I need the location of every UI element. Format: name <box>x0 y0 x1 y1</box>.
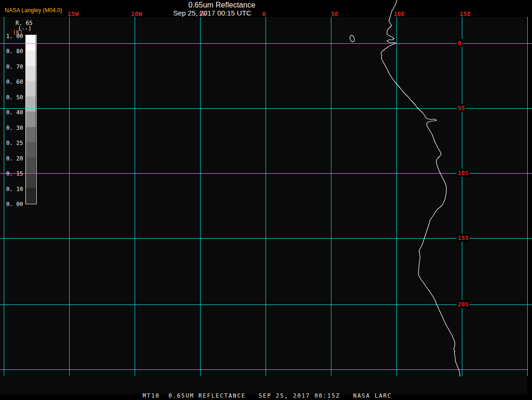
lat-label: 5S <box>457 104 466 112</box>
graticule-meridian-line <box>527 17 528 376</box>
lon-label: 15W <box>67 10 78 17</box>
graticule-meridian-line <box>462 17 462 376</box>
colorbar-tick-label: 0. 50 <box>2 94 23 101</box>
colorbar-tick-label: 0. 40 <box>2 109 23 116</box>
colorbar-tick-label: 0. 70 <box>2 64 23 70</box>
colorbar-segment <box>26 127 36 142</box>
lon-label: 0 <box>262 10 266 17</box>
colorbar-segment <box>26 81 36 96</box>
colorbar-tick-label: 0. 00 <box>2 201 23 208</box>
satellite-reflectance-map: 1. 000. 800. 700. 600. 500. 400. 300. 25… <box>0 0 532 400</box>
lat-label: 15S <box>457 234 469 242</box>
colorbar-units-dashes: (--) <box>18 25 32 32</box>
colorbar-tick-label: 0. 25 <box>2 140 23 146</box>
graticule-meridian-line <box>69 17 70 376</box>
colorbar-segment <box>26 158 36 173</box>
graticule-meridian-line <box>331 17 331 376</box>
lat-label: 0 <box>457 39 462 47</box>
graticule-meridian-line <box>4 17 4 376</box>
colorbar-segment <box>26 66 36 81</box>
lat-label: 20S <box>457 300 469 308</box>
graticule-parallel-line <box>0 43 532 44</box>
lon-label: 10W <box>131 10 142 17</box>
map-background <box>0 17 527 394</box>
colorbar-segment <box>26 35 36 50</box>
graticule-meridian-line <box>396 17 397 376</box>
colorbar-segment <box>26 173 36 188</box>
colorbar-tick-label: 0. 60 <box>2 79 23 85</box>
graticule-parallel-line <box>0 304 532 305</box>
footer-caption: MT10 0.65UM REFLECTANCE SEP 25, 2017 00:… <box>143 392 392 399</box>
graticule-parallel-line <box>0 173 532 174</box>
timestamp: Sep 25, 2017 00:15 UTC <box>173 9 251 17</box>
lon-label: 15E <box>459 10 470 17</box>
source-label: NASA Langley (M04.0) <box>5 7 62 14</box>
colorbar-tick-label: 0. 30 <box>2 125 23 131</box>
colorbar-tick-label: 0. 15 <box>2 170 23 177</box>
graticule-parallel-line <box>0 108 532 109</box>
colorbar-segment <box>26 188 36 203</box>
lat-label: 10S <box>457 169 469 177</box>
colorbar-segment <box>26 142 36 158</box>
colorbar-segment <box>26 96 36 112</box>
graticule-meridian-line <box>200 17 201 376</box>
graticule-parallel-line <box>0 238 532 239</box>
colorbar-tick-label: 0. 20 <box>2 155 23 162</box>
page-title: 0.65um Reflectance <box>188 1 255 9</box>
graticule-parallel-line <box>0 369 527 370</box>
graticule-meridian-line <box>135 17 135 376</box>
graticule-meridian-line <box>266 17 266 376</box>
lon-label: 10E <box>394 10 404 17</box>
colorbar-segment <box>26 50 36 66</box>
colorbar-tick-label: 0. 80 <box>2 48 23 55</box>
lon-label: 5E <box>331 10 339 17</box>
colorbar-tick-label: 0. 10 <box>2 186 23 192</box>
colorbar-segment <box>26 112 36 127</box>
